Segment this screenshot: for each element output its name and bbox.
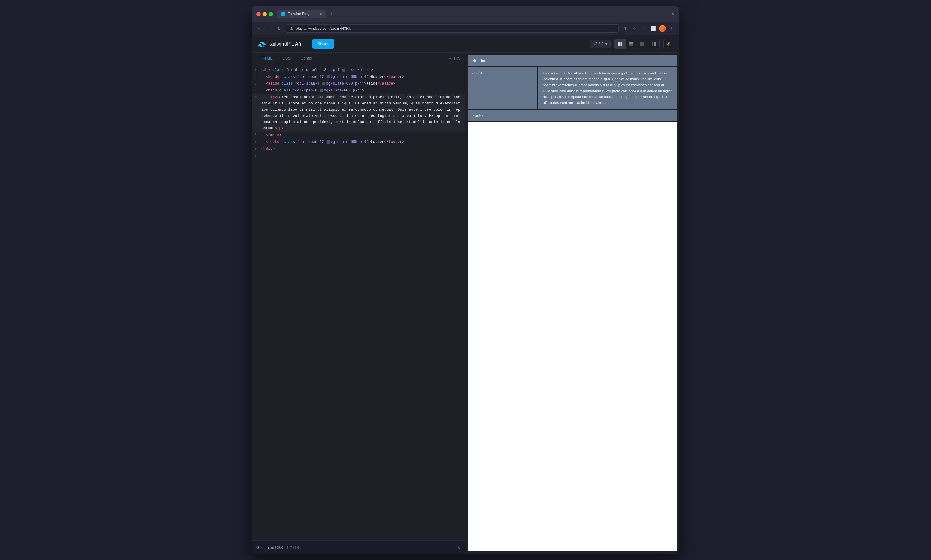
preview-white-area: [468, 122, 677, 551]
traffic-lights: [257, 12, 273, 16]
layout-btn-bottom[interactable]: [648, 39, 659, 49]
user-avatar[interactable]: [659, 25, 666, 32]
preview-scroll-area[interactable]: Header aside Lorem ipsum dolor sit amet,…: [466, 53, 680, 554]
refresh-icon: ↻: [277, 26, 281, 31]
rendered-preview: Header aside Lorem ipsum dolor sit amet,…: [466, 53, 680, 554]
code-line-5: 5 <p>Lorem ipsum dolor sit amet, consect…: [251, 94, 465, 132]
line-content-8: </div>: [262, 146, 465, 152]
generated-css-bar: Generated CSS 1.25 kB ∧: [251, 540, 465, 554]
back-icon: ←: [257, 26, 262, 31]
layout-btn-split[interactable]: [615, 39, 626, 49]
tab-close-btn[interactable]: ×: [320, 12, 322, 16]
preview-panel: Header aside Lorem ipsum dolor sit amet,…: [466, 53, 680, 554]
preview-header: Header: [468, 55, 677, 66]
line-num-8: 8: [251, 146, 262, 152]
share-button[interactable]: Share: [312, 39, 334, 49]
preview-aside: aside: [468, 67, 537, 109]
line-num-3: 3: [251, 81, 262, 87]
tab-config[interactable]: Config: [295, 53, 317, 64]
minimize-traffic-light[interactable]: [263, 12, 267, 16]
more-btn[interactable]: ⋮: [668, 25, 675, 32]
browser-tab-active[interactable]: Tailwind Play ×: [277, 10, 326, 18]
svg-rect-4: [640, 42, 645, 46]
logo-text: tailwindPLAY: [269, 41, 303, 47]
split-view-btn[interactable]: ⬜: [650, 25, 657, 32]
forward-btn[interactable]: →: [266, 25, 272, 32]
browser-navbar: ← → ↻ 🔒 play.tailwindcss.com/Z5zE7H3Rlt …: [251, 22, 680, 35]
svg-rect-5: [652, 42, 654, 46]
new-tab-btn[interactable]: +: [328, 11, 335, 17]
line-num-7: 7: [251, 139, 262, 145]
logo-play-text: PLAY: [287, 41, 302, 46]
app-header: tailwindPLAY Share v3.3.2 ▾: [251, 35, 680, 53]
version-badge[interactable]: v3.3.2 ▾: [590, 40, 611, 48]
code-line-7: 7 <footer class="col-span-12 bg-slate-60…: [251, 138, 465, 145]
tab-css[interactable]: CSS: [277, 53, 295, 64]
line-content-1: <div class="grid grid-cols-12 gap-1 text…: [262, 67, 465, 73]
code-line-1: 1 <div class="grid grid-cols-12 gap-1 te…: [251, 67, 465, 74]
svg-rect-6: [654, 42, 656, 46]
generated-css-toggle-btn[interactable]: ∧: [457, 545, 460, 549]
generated-css-size: 1.25 kB: [286, 545, 299, 550]
line-num-2: 2: [251, 74, 262, 80]
generated-css-label: Generated CSS: [257, 545, 283, 550]
svg-rect-1: [620, 42, 622, 46]
line-num-9: 9: [251, 152, 262, 159]
address-text: play.tailwindcss.com/Z5zE7H3Rlt: [296, 26, 351, 31]
line-content-2: <header class="col-span-12 bg-slate-600 …: [262, 74, 465, 80]
back-btn[interactable]: ←: [256, 25, 263, 32]
tailwind-logo-icon: [258, 41, 266, 47]
tab-favicon: [281, 12, 285, 16]
line-content-7: <footer class="col-span-12 bg-slate-600 …: [262, 139, 465, 145]
preview-footer: Footer: [468, 110, 677, 121]
logo-tailwind-text: tailwind: [269, 41, 287, 46]
code-line-2: 2 <header class="col-span-12 bg-slate-60…: [251, 74, 465, 80]
close-traffic-light[interactable]: [257, 12, 260, 16]
editor-tabs: HTML CSS Config ✦ Tidy: [251, 53, 465, 64]
maximize-traffic-light[interactable]: [269, 12, 273, 16]
theme-toggle-btn[interactable]: ☀: [663, 39, 673, 49]
refresh-btn[interactable]: ↻: [276, 25, 283, 32]
forward-icon: →: [267, 26, 271, 31]
code-line-8: 8 </div>: [251, 145, 465, 152]
layout-buttons: [614, 39, 660, 49]
reading-list-btn[interactable]: ≡: [640, 25, 647, 32]
editor-panel: HTML CSS Config ✦ Tidy 1 <div class="gri…: [251, 53, 466, 554]
line-content-4: <main class="col-span-8 bg-slate-600 p-4…: [262, 88, 465, 94]
code-line-9: 9: [251, 152, 465, 159]
tidy-label: Tidy: [453, 56, 460, 60]
version-text: v3.3.2: [593, 42, 603, 46]
line-num-5: 5: [251, 94, 262, 100]
code-line-6: 6 </main>: [251, 132, 465, 138]
tidy-icon: ✦: [448, 56, 452, 60]
tab-html[interactable]: HTML: [257, 53, 277, 64]
editor-code-area[interactable]: 1 <div class="grid grid-cols-12 gap-1 te…: [251, 64, 465, 540]
line-content-6: </main>: [262, 132, 465, 138]
svg-rect-2: [629, 42, 633, 44]
browser-titlebar: Tailwind Play × + ∨: [251, 6, 680, 22]
preview-main: Lorem ipsum dolor sit amet, consectetur …: [539, 67, 677, 109]
svg-rect-0: [618, 42, 620, 46]
code-line-3: 3 <aside class="col-span-4 bg-slate-600 …: [251, 80, 465, 87]
version-chevron-icon: ▾: [605, 42, 607, 46]
browser-window: Tailwind Play × + ∨ ← → ↻ 🔒 play.tailwin…: [251, 6, 680, 554]
line-num-6: 6: [251, 132, 262, 138]
layout-btn-top[interactable]: [626, 39, 637, 49]
nav-actions: ⬆ ☆ ≡ ⬜ ⋮: [622, 25, 675, 32]
address-bar[interactable]: 🔒 play.tailwindcss.com/Z5zE7H3Rlt: [286, 25, 619, 32]
tab-expand-btn[interactable]: ∨: [672, 12, 674, 16]
layout-btn-right[interactable]: [637, 39, 648, 49]
line-content-5: <p>Lorem ipsum dolor sit amet, consectet…: [262, 94, 465, 131]
tidy-button[interactable]: ✦ Tidy: [448, 53, 460, 64]
generated-css-info: Generated CSS 1.25 kB: [257, 545, 299, 550]
line-content-3: <aside class="col-span-4 bg-slate-600 p-…: [262, 81, 465, 87]
tab-bar: Tailwind Play × + ∨: [277, 10, 674, 18]
logo-area: tailwindPLAY Share: [258, 39, 334, 49]
bookmark-btn[interactable]: ☆: [631, 25, 638, 32]
header-right: v3.3.2 ▾: [590, 39, 673, 49]
lock-icon: 🔒: [290, 27, 293, 31]
code-line-4: 4 <main class="col-span-8 bg-slate-600 p…: [251, 87, 465, 94]
line-num-4: 4: [251, 88, 262, 94]
share-nav-btn[interactable]: ⬆: [622, 25, 629, 32]
tab-title: Tailwind Play: [288, 12, 318, 16]
